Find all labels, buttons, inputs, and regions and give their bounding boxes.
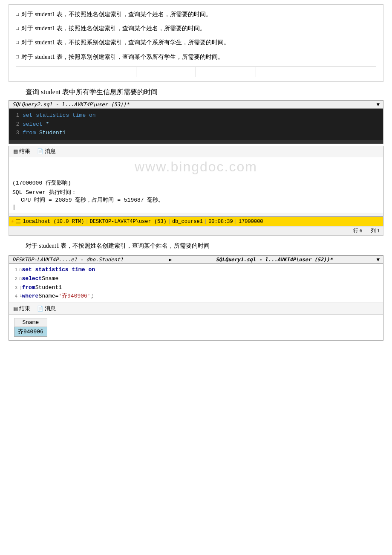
sql-line-num-3: 3 — [11, 129, 19, 137]
sql-editor-2-body[interactable]: 1 □ set statistics time on 2 □ select Sn… — [9, 264, 383, 303]
result-count: (17000000 行受影响) — [12, 179, 380, 187]
msg-icon: 📄 — [37, 148, 43, 155]
results2-tab-grid[interactable]: ▦ 结果 — [12, 304, 32, 313]
page-wrapper: □ 对于 student1 表，不按照姓名创建索引，查询某个姓名，所需要的时间。… — [0, 0, 392, 345]
empty-cell-3 — [136, 67, 196, 77]
sql-editor-2-tab1[interactable]: DESKTOP-LAVKT4P....e1 - dbo.Student1 — [12, 257, 123, 263]
empty-table-row — [16, 66, 376, 77]
sql2-keyword-3: from — [22, 283, 35, 292]
status-session: DESKTOP-LAVKT4P\user (53) — [90, 219, 167, 225]
results-tab-label-2: 消息 — [45, 147, 56, 155]
line-marker-4: └ — [19, 294, 21, 300]
row-col-bar-1: 行 6 列 1 — [9, 226, 383, 236]
exec-time-detail: CPU 时间 = 20859 毫秒，占用时间 = 519687 毫秒。 — [12, 196, 380, 204]
grid-icon-2: ▦ — [13, 306, 18, 312]
status-db: db_course1 — [172, 219, 203, 225]
sql-editor-1-header[interactable]: SQLQuery2.sql - l...AVKT4P\user (53))* ▼ — [9, 101, 383, 109]
checkbox-icon-2: □ — [16, 24, 19, 33]
status-sep-1: | — [85, 219, 88, 225]
empty-cell-6 — [316, 67, 376, 77]
sql2-text-4: Sname= — [38, 292, 58, 301]
sql2-semicolon: ; — [91, 292, 94, 301]
results2-table-container: Sname 齐940906 — [9, 315, 383, 340]
sql2-line-1: 1 □ set statistics time on — [11, 266, 381, 275]
table-header-row: Sname — [14, 318, 47, 327]
empty-cell-4 — [196, 67, 256, 77]
line-marker-3: │ — [19, 285, 21, 291]
notes-box: □ 对于 student1 表，不按照姓名创建索引，查询某个姓名，所需要的时间。… — [9, 4, 383, 82]
results-tab-msg[interactable]: 📄 消息 — [35, 147, 58, 156]
sql2-line-num-2: 2 — [11, 275, 17, 283]
sql2-string-4: '齐940906' — [58, 292, 90, 301]
msg-icon-2: 📄 — [37, 306, 43, 312]
results-tab-grid[interactable]: ▦ 结果 — [12, 147, 32, 156]
sql2-line-num-3: 3 — [11, 284, 17, 292]
empty-cell-1 — [16, 67, 76, 77]
sql-line-1: 1 set statistics time on — [11, 111, 381, 120]
sql-line-2: 2 select * — [11, 120, 381, 129]
sql2-keyword-1: set statistics time on — [22, 266, 95, 275]
note-text-2: 对于 student1 表，按照姓名创建索引，查询某个姓名，所需要的时间。 — [21, 23, 376, 34]
table-cell-sname: 齐940906 — [14, 327, 47, 337]
results2-tab-msg[interactable]: 📄 消息 — [35, 304, 58, 313]
status-time: 00:08:39 — [208, 219, 233, 225]
results2-tab-label-1: 结果 — [19, 305, 30, 312]
results-table: Sname 齐940906 — [14, 318, 47, 337]
sql2-text-3: Student1 — [35, 283, 62, 292]
checkbox-icon-4: □ — [16, 52, 19, 62]
checkbox-icon-1: □ — [16, 10, 19, 19]
line-marker-1: □ — [19, 267, 21, 273]
sql-editor-1-body[interactable]: 1 set statistics time on 2 select * 3 fr… — [9, 109, 383, 140]
results2-tabs: ▦ 结果 📄 消息 — [9, 303, 383, 315]
dropdown-arrow-icon-2[interactable]: ▼ — [377, 257, 380, 263]
status-sep-3: | — [204, 219, 207, 225]
row-indicator: 行 6 — [353, 227, 362, 234]
note-text-3: 对于 student1 表，不按照系别创建索引，查询某个系所有学生，所需要的时间… — [21, 37, 376, 48]
sql-editor-2-header[interactable]: DESKTOP-LAVKT4P....e1 - dbo.Student1 ▶ S… — [9, 256, 383, 264]
empty-cell-5 — [256, 67, 316, 77]
note-item-2: □ 对于 student1 表，按照姓名创建索引，查询某个姓名，所需要的时间。 — [16, 23, 376, 34]
sql-editor-2: DESKTOP-LAVKT4P....e1 - dbo.Student1 ▶ S… — [9, 255, 383, 303]
results-tab-label-1: 结果 — [19, 147, 30, 155]
results-tabs-1: ▦ 结果 📄 消息 — [9, 146, 383, 157]
sql-line-3: 3 from Student1 — [11, 129, 381, 138]
watermark: www.bingdoc.com — [9, 157, 383, 176]
dropdown-arrow-icon[interactable]: ▼ — [377, 101, 380, 107]
grid-icon: ▦ — [13, 148, 18, 155]
sql2-line-4: 4 └ where Sname='齐940906'; — [11, 292, 381, 301]
status-bar-1: ⚡ 三 localhost (10.0 RTM) | DESKTOP-LAVKT… — [9, 217, 383, 226]
sql2-line-num-4: 4 — [11, 293, 17, 301]
note-text-4: 对于 student1 表，按照系别创建索引，查询某个系所有学生，所需要的时间。 — [21, 52, 376, 62]
section2-para: 对于 student1 表，不按照姓名创建索引，查询某个姓名，所需要的时间 — [26, 241, 383, 251]
sql2-line-num-1: 1 — [11, 266, 17, 274]
sql2-text-2: Sname — [42, 275, 58, 283]
col-header-sname: Sname — [14, 318, 47, 327]
sql-code-1: set statistics time on — [23, 111, 96, 120]
sql2-line-3: 3 │ from Student1 — [11, 283, 381, 292]
sql-editor-1: SQLQuery2.sql - l...AVKT4P\user (53))* ▼… — [9, 100, 383, 144]
sql2-line-2: 2 □ select Sname — [11, 275, 381, 283]
note-item-1: □ 对于 student1 表，不按照姓名创建索引，查询某个姓名，所需要的时间。 — [16, 9, 376, 20]
sql2-keyword-4: where — [22, 292, 38, 301]
line-marker-2: □ — [19, 276, 21, 282]
section1-title: 查询 student 表中所有学生信息所需要的时间 — [26, 88, 383, 97]
note-text-1: 对于 student1 表，不按照姓名创建索引，查询某个姓名，所需要的时间。 — [21, 9, 376, 20]
exec-time-label: SQL Server 执行时间： — [12, 188, 380, 196]
results-content-1: (17000000 行受影响) SQL Server 执行时间： CPU 时间 … — [9, 176, 383, 213]
cursor-marker: | — [12, 204, 380, 210]
horizontal-scroll-1[interactable] — [9, 213, 383, 216]
table-row: 齐940906 — [14, 327, 47, 337]
status-icon: ⚡ — [11, 218, 14, 225]
sql-editor-2-tab2[interactable]: SQLQuery1.sql - l...AVKT4P\user (52))* — [216, 257, 333, 263]
results-area-2: ▦ 结果 📄 消息 Sname 齐940906 — [9, 303, 383, 341]
sql-code-3: from Student1 — [23, 129, 66, 138]
sql-editor-1-tab-label: SQLQuery2.sql - l...AVKT4P\user (53))* — [12, 101, 130, 107]
status-server: localhost (10.0 RTM) — [23, 219, 84, 225]
note-item-3: □ 对于 student1 表，不按照系别创建索引，查询某个系所有学生，所需要的… — [16, 37, 376, 48]
results-area-1: ▦ 结果 📄 消息 www.bingdoc.com (17000000 行受影响… — [9, 146, 383, 217]
sql-scroll-bar-1[interactable] — [9, 140, 383, 144]
sql-line-num-2: 2 — [11, 121, 19, 129]
empty-cell-2 — [76, 67, 136, 77]
status-sep-2: | — [168, 219, 171, 225]
sql-line-num-1: 1 — [11, 112, 19, 120]
